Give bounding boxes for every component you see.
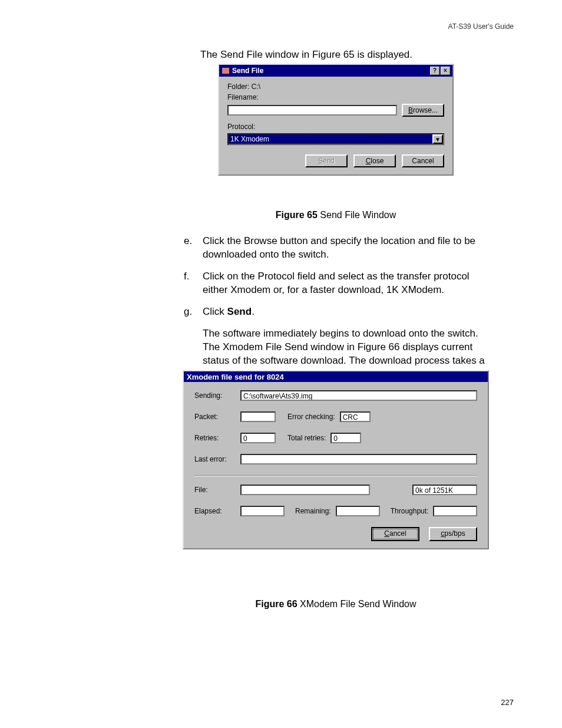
step-e-text: Click the Browse button and specify the … xyxy=(203,235,495,262)
intro-text: The Send File window in Figure 65 is dis… xyxy=(200,48,495,62)
remaining-field xyxy=(336,506,380,516)
elapsed-field xyxy=(240,506,285,516)
file-label: File: xyxy=(194,486,236,494)
sending-label: Sending: xyxy=(194,391,236,400)
figure66-caption: Figure 66 XModem File Send Window xyxy=(183,599,489,610)
lasterror-label: Last error: xyxy=(194,455,236,463)
cpsbps-button[interactable]: cps/bps xyxy=(429,527,477,541)
send-file-titlebar: Send File ? × xyxy=(219,65,452,77)
protocol-selected-value: 1K Xmodem xyxy=(229,134,432,144)
step-f-text: Click on the Protocol field and select a… xyxy=(203,270,495,297)
packet-field xyxy=(240,411,276,422)
retries-field: 0 xyxy=(240,433,276,443)
browse-button[interactable]: Browse... xyxy=(402,104,444,117)
chevron-down-icon[interactable]: ▼ xyxy=(432,134,443,144)
separator-line xyxy=(194,475,477,476)
close-button[interactable]: Close xyxy=(353,154,396,167)
file-progress-bar xyxy=(240,485,370,495)
close-icon[interactable]: × xyxy=(441,67,450,75)
totalretries-field: 0 xyxy=(330,433,361,443)
figure65-caption: Figure 65 Send File Window xyxy=(218,210,454,220)
send-file-dialog: Send File ? × Folder: C:\ Filename: Brow… xyxy=(218,64,454,176)
totalretries-label: Total retries: xyxy=(287,434,326,442)
errorchecking-field: CRC xyxy=(340,411,371,422)
remaining-label: Remaining: xyxy=(295,507,331,515)
filename-input[interactable] xyxy=(227,105,397,116)
help-icon[interactable]: ? xyxy=(430,67,439,75)
page-header-guide: AT-S39 User's Guide xyxy=(448,22,514,31)
folder-label: Folder: C:\ xyxy=(227,83,260,91)
xmodem-title: Xmodem file send for 8024 xyxy=(184,371,488,382)
packet-label: Packet: xyxy=(194,413,236,421)
protocol-select[interactable]: 1K Xmodem ▼ xyxy=(227,133,444,145)
lasterror-field xyxy=(240,454,477,465)
elapsed-label: Elapsed: xyxy=(194,507,236,515)
errorchecking-label: Error checking: xyxy=(287,413,335,421)
step-g-letter: g. xyxy=(184,305,197,319)
cancel-button[interactable]: Cancel xyxy=(402,154,444,167)
throughput-field xyxy=(433,506,477,516)
send-button[interactable]: Send xyxy=(305,154,348,167)
step-e-letter: e. xyxy=(184,235,197,262)
send-file-app-icon xyxy=(222,67,230,74)
sending-field: C:\software\Ats39.img xyxy=(240,390,477,401)
xmodem-cancel-button[interactable]: Cancel xyxy=(371,527,419,541)
xmodem-dialog: Xmodem file send for 8024 Sending: C:\so… xyxy=(183,370,489,549)
retries-label: Retries: xyxy=(194,434,236,442)
throughput-label: Throughput: xyxy=(391,507,429,515)
filename-label: Filename: xyxy=(227,93,259,101)
page-number: 227 xyxy=(501,698,514,707)
step-f-letter: f. xyxy=(184,270,197,297)
send-file-title: Send File xyxy=(232,67,263,75)
step-g-text: Click Send. xyxy=(203,305,495,319)
file-progress-text: 0k of 1251K xyxy=(412,485,477,495)
protocol-label: Protocol: xyxy=(227,123,255,131)
